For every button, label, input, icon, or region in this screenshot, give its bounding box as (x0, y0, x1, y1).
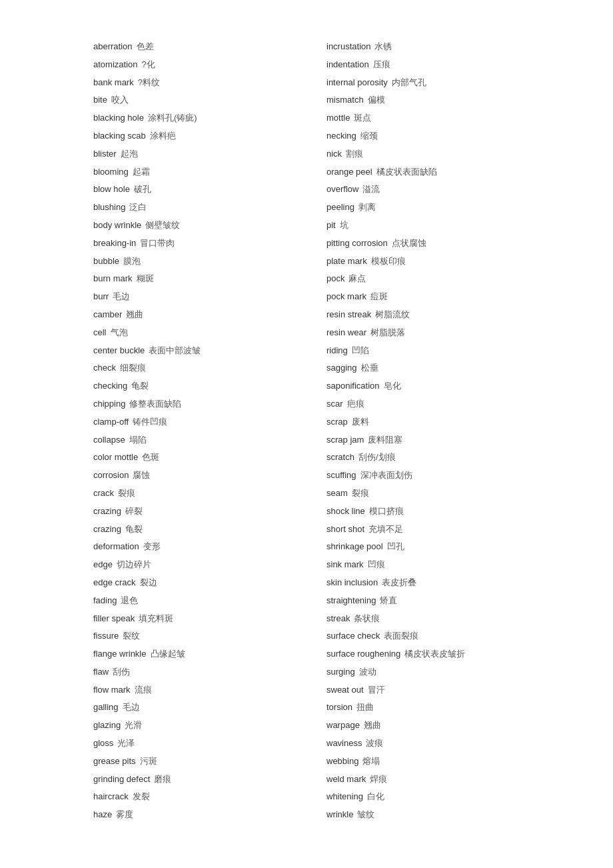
term-chinese: 点状腐蚀 (392, 237, 426, 251)
list-item: haircrack发裂 (93, 790, 287, 804)
list-item: flaw刮伤 (93, 665, 287, 679)
list-item: saponification皂化 (326, 379, 520, 393)
term-english: sagging (326, 361, 357, 375)
term-english: overflow (326, 183, 358, 197)
list-item: blooming起霜 (93, 165, 287, 179)
term-english: corrosion (93, 469, 129, 483)
term-chinese: 裂痕 (352, 487, 369, 501)
term-english: peeling (326, 201, 354, 215)
list-item: warpage翘曲 (326, 719, 520, 733)
list-item: collapse塌陷 (93, 433, 287, 447)
term-english: flow mark (93, 683, 131, 697)
term-english: short shot (326, 523, 364, 537)
term-chinese: 修整表面缺陷 (129, 397, 181, 411)
list-item: fissure裂纹 (93, 629, 287, 643)
list-item: sagging松垂 (326, 361, 520, 375)
term-english: blacking scab (93, 129, 146, 143)
term-english: center buckle (93, 344, 145, 358)
term-chinese: 割痕 (346, 147, 363, 161)
term-chinese: 翘曲 (364, 719, 381, 733)
term-english: galling (93, 701, 119, 715)
term-chinese: 坑 (340, 219, 348, 233)
term-english: collapse (93, 433, 125, 447)
term-english: weld mark (326, 773, 366, 787)
term-english: necking (326, 129, 356, 143)
term-chinese: 光滑 (125, 719, 142, 733)
term-chinese: 疤痕 (347, 397, 364, 411)
list-item: chipping修整表面缺陷 (93, 397, 287, 411)
term-chinese: 冒汗 (368, 683, 385, 697)
term-english: breaking-in (93, 237, 136, 251)
term-english: nick (326, 147, 342, 161)
term-english: mismatch (326, 93, 364, 107)
term-english: sink mark (326, 558, 364, 572)
list-item: atomization?化 (93, 58, 287, 72)
list-item: weld mark焊痕 (326, 773, 520, 787)
list-item: color mottle色斑 (93, 451, 287, 465)
term-chinese: 起泡 (121, 147, 138, 161)
list-item: short shot充填不足 (326, 523, 520, 537)
term-english: pock mark (326, 290, 366, 304)
term-chinese: 矫直 (380, 594, 397, 608)
term-chinese: 腐蚀 (133, 469, 150, 483)
list-item: scrap废料 (326, 415, 520, 429)
term-english: riding (326, 344, 348, 358)
term-english: shrinkage pool (326, 540, 383, 554)
term-english: surging (326, 665, 355, 679)
list-item: mismatch偏模 (326, 93, 520, 107)
term-english: pit (326, 219, 336, 233)
term-chinese: 凹孔 (387, 540, 404, 554)
list-item: incrustation水锈 (326, 40, 520, 54)
term-english: crazing (93, 523, 121, 537)
term-chinese: 皱纹 (357, 808, 374, 822)
term-chinese: 毛边 (113, 290, 130, 304)
term-english: scar (326, 397, 343, 411)
term-english: aberration (93, 40, 133, 54)
list-item: flange wrinkle凸缘起皱 (93, 647, 287, 661)
term-english: camber (93, 308, 122, 322)
term-chinese: 咬入 (111, 93, 129, 107)
list-item: grease pits污斑 (93, 755, 287, 769)
term-chinese: 白化 (367, 790, 384, 804)
term-english: color mottle (93, 451, 138, 465)
list-item: filler speak填充料斑 (93, 612, 287, 626)
term-chinese: 缩颈 (360, 129, 378, 143)
term-english: shock line (326, 505, 365, 519)
term-english: fissure (93, 629, 119, 643)
list-item: skin inclusion表皮折叠 (326, 576, 520, 590)
term-english: indentation (326, 58, 369, 72)
term-chinese: 波动 (359, 665, 376, 679)
list-item: plate mark模板印痕 (326, 255, 520, 269)
term-english: filler speak (93, 612, 135, 626)
term-chinese: 波痕 (366, 737, 383, 751)
term-chinese: 裂痕 (118, 487, 135, 501)
term-english: waviness (326, 737, 362, 751)
term-chinese: 充填不足 (368, 523, 403, 537)
term-chinese: 流痕 (135, 683, 152, 697)
term-english: bubble (93, 255, 119, 269)
term-english: clamp-off (93, 415, 129, 429)
list-item: deformation变形 (93, 540, 287, 554)
list-item: burr毛边 (93, 290, 287, 304)
term-chinese: 气泡 (111, 326, 128, 340)
term-english: seam (326, 487, 348, 501)
term-chinese: 水锈 (374, 40, 392, 54)
term-chinese: 糊斑 (137, 272, 154, 286)
term-english: crazing (93, 505, 121, 519)
term-english: gloss (93, 737, 113, 751)
list-item: crazing碎裂 (93, 505, 287, 519)
list-item: edge crack裂边 (93, 576, 287, 590)
term-chinese: 深冲表面划伤 (360, 469, 412, 483)
term-chinese: 龟裂 (125, 523, 143, 537)
term-english: scrap (326, 415, 348, 429)
term-english: torsion (326, 701, 352, 715)
term-english: resin wear (326, 326, 366, 340)
list-item: blister起泡 (93, 147, 287, 161)
list-item: bite咬入 (93, 93, 287, 107)
term-chinese: 发裂 (133, 790, 150, 804)
list-item: surface check表面裂痕 (326, 629, 520, 643)
list-item: cell气泡 (93, 326, 287, 340)
term-chinese: 冒口带肉 (140, 237, 175, 251)
term-english: flange wrinkle (93, 647, 147, 661)
term-chinese: 切边碎片 (117, 558, 151, 572)
